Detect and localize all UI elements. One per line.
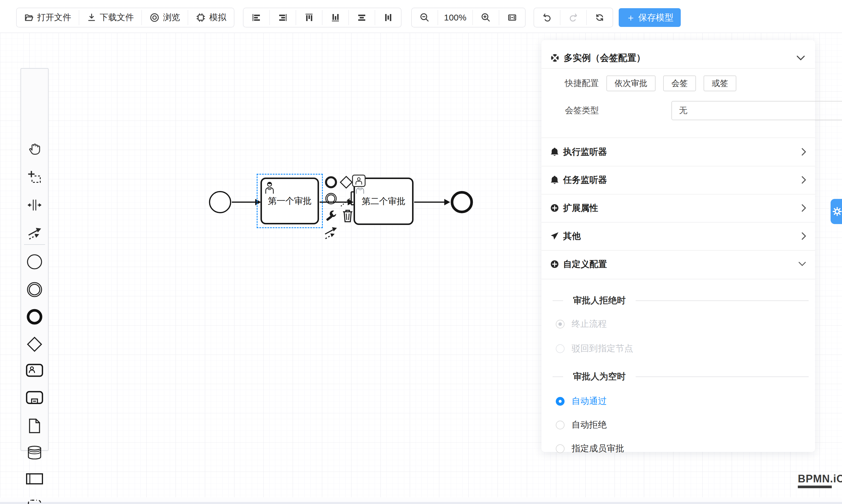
section-custom-config[interactable]: 自定义配置 — [541, 250, 815, 278]
space-tool[interactable] — [21, 197, 48, 213]
lasso-tool[interactable] — [21, 170, 48, 185]
global-connect-tool[interactable] — [21, 225, 48, 241]
align-top-button[interactable] — [296, 8, 322, 27]
end-event[interactable] — [451, 191, 473, 213]
zoom-out-button[interactable] — [412, 8, 438, 27]
radio-icon — [556, 397, 564, 406]
create-group[interactable] — [21, 499, 48, 504]
create-participant[interactable] — [21, 473, 48, 485]
connect-button[interactable] — [323, 225, 339, 243]
user-task-icon — [26, 364, 43, 377]
bpmn-io-logo[interactable]: BPMN.iO — [798, 473, 842, 488]
download-icon — [87, 13, 96, 22]
divider — [541, 68, 815, 69]
participant-icon — [26, 473, 43, 485]
reset-button[interactable] — [587, 8, 613, 27]
create-gateway[interactable] — [21, 336, 48, 353]
simulate-button[interactable]: 模拟 — [188, 8, 234, 27]
wrench-icon — [325, 209, 338, 222]
sequence-flow-3[interactable] — [414, 201, 445, 203]
quick-option-orsign[interactable]: 或签 — [704, 75, 736, 91]
create-call-activity[interactable] — [21, 391, 48, 404]
create-data-object[interactable] — [21, 418, 48, 434]
settings-tab[interactable] — [830, 199, 842, 224]
create-data-store[interactable] — [21, 445, 48, 460]
section-other[interactable]: 其他 — [541, 222, 815, 250]
sign-type-value: 无 — [679, 105, 687, 116]
open-file-button[interactable]: 打开文件 — [17, 8, 79, 27]
append-text-annotation-button[interactable] — [339, 190, 356, 209]
align-right-button[interactable] — [270, 8, 296, 27]
align-right-icon — [278, 12, 288, 23]
create-end-event[interactable] — [21, 309, 48, 325]
connect-icon — [323, 225, 339, 241]
append-user-task-button[interactable] — [352, 175, 366, 187]
gateway-icon — [26, 336, 43, 353]
change-type-button[interactable] — [325, 209, 338, 223]
chevron-down-icon[interactable] — [796, 55, 805, 61]
browse-button[interactable]: 浏览 — [142, 8, 188, 27]
radio-assign-member[interactable]: 指定成员审批 — [556, 443, 624, 454]
reject-section-title: 审批人拒绝时 — [573, 294, 626, 307]
chevron-right-icon — [801, 148, 806, 156]
quick-option-countersign[interactable]: 会签 — [663, 75, 696, 91]
section-label: 扩展属性 — [563, 202, 598, 214]
plus-icon: ＋ — [626, 13, 635, 22]
align-center-horizontal-button[interactable] — [349, 8, 374, 27]
section-task-listener[interactable]: 任务监听器 — [541, 166, 815, 194]
section-label: 其他 — [563, 230, 581, 242]
divider — [636, 376, 809, 377]
create-start-event[interactable] — [21, 254, 48, 270]
zoom-in-button[interactable] — [473, 8, 499, 27]
fit-viewport-button[interactable] — [499, 8, 525, 27]
zoom-out-icon — [419, 12, 430, 23]
quick-option-sequential[interactable]: 依次审批 — [607, 75, 655, 91]
section-label: 任务监听器 — [563, 174, 607, 186]
align-bottom-button[interactable] — [322, 8, 348, 27]
sign-type-row: 会签类型 无 — [541, 101, 815, 120]
align-center-vertical-button[interactable] — [375, 8, 401, 27]
bpmn-io-logo-underline — [798, 486, 832, 488]
bottom-scrollbar[interactable] — [0, 502, 842, 504]
divider — [541, 279, 815, 280]
save-model-button[interactable]: ＋ 保存模型 — [619, 8, 681, 27]
radio-label: 自动通过 — [572, 395, 607, 407]
empty-section-title-row: 审批人为空时 — [552, 371, 809, 383]
user-task-icon — [355, 177, 363, 185]
gear-icon — [832, 206, 842, 216]
file-button-group: 打开文件 下载文件 浏览 模拟 — [16, 7, 234, 28]
section-execution-listener[interactable]: 执行监听器 — [541, 138, 815, 166]
align-bottom-icon — [330, 12, 341, 23]
radio-terminate-process[interactable]: 终止流程 — [556, 318, 607, 330]
delete-button[interactable] — [341, 208, 354, 224]
plus-circle-icon — [550, 260, 559, 269]
sign-type-select[interactable]: 无 — [671, 101, 842, 120]
download-file-label: 下载文件 — [100, 12, 134, 23]
undo-button[interactable] — [534, 8, 560, 27]
reject-section-title-row: 审批人拒绝时 — [552, 294, 809, 307]
hand-tool[interactable] — [21, 142, 48, 157]
section-extended-properties[interactable]: 扩展属性 — [541, 194, 815, 222]
intermediate-event-icon — [27, 282, 43, 298]
bpmn-io-logo-text: BPMN.iO — [798, 473, 842, 485]
reset-icon — [594, 12, 605, 23]
data-store-icon — [27, 445, 42, 460]
append-gateway-button[interactable] — [339, 175, 353, 191]
panel-header[interactable]: 多实例（会签配置） — [550, 52, 645, 64]
chevron-right-icon — [801, 176, 806, 184]
radio-auto-pass[interactable]: 自动通过 — [556, 395, 607, 407]
radio-return-to-node[interactable]: 驳回到指定节点 — [556, 343, 633, 355]
sequence-flow-1[interactable] — [232, 201, 256, 203]
align-left-button[interactable] — [244, 8, 269, 27]
fit-viewport-icon — [507, 12, 518, 23]
start-event[interactable] — [209, 191, 231, 213]
append-intermediate-event-button[interactable] — [324, 192, 338, 206]
create-user-task[interactable] — [21, 364, 48, 377]
redo-button[interactable] — [560, 8, 586, 27]
create-intermediate-event[interactable] — [21, 282, 48, 298]
properties-panel: 多实例（会签配置） 快捷配置 依次审批 会签 或签 会签类型 无 执行监听器 — [541, 40, 815, 452]
download-file-button[interactable]: 下载文件 — [79, 8, 141, 27]
palette — [20, 68, 49, 451]
radio-auto-reject[interactable]: 自动拒绝 — [556, 419, 607, 431]
append-end-event-button[interactable] — [324, 176, 338, 190]
